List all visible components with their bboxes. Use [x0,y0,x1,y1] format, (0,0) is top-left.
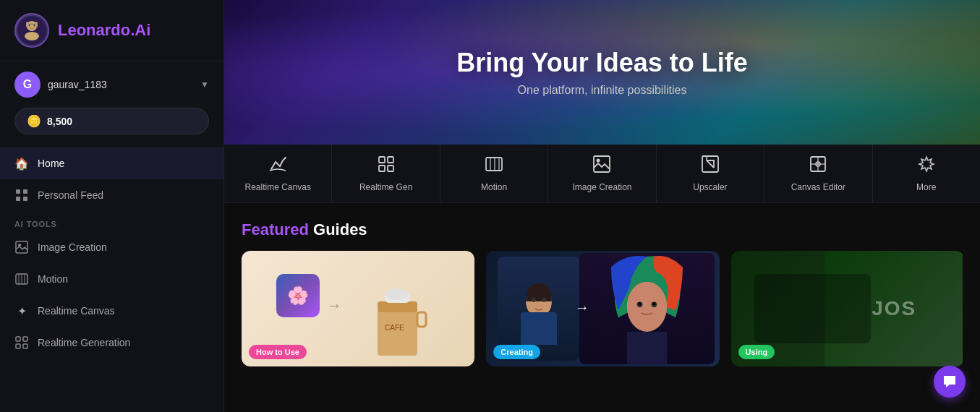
credits-badge[interactable]: 🪙 8,500 [14,108,209,134]
more-nav-label: More [916,182,936,192]
tool-nav-upscaler[interactable]: Upscaler [657,145,764,202]
chat-button[interactable] [934,366,966,398]
svg-rect-24 [388,166,393,171]
svg-rect-21 [379,157,385,163]
hero-title: Bring Your Ideas to Life [456,48,748,78]
sidebar-item-personal-feed[interactable]: Personal Feed [0,179,223,211]
realtime-gen-icon [14,335,29,350]
guide-card-1[interactable]: 🌸 → CAFE How [242,251,474,366]
home-icon: 🏠 [14,156,29,171]
sidebar-item-feed-label: Personal Feed [38,189,103,201]
svg-point-50 [653,302,656,306]
sidebar-nav: 🏠 Home Personal Feed AI Tools [0,142,223,364]
svg-rect-20 [23,344,27,348]
canvas-editor-nav-label: Canvas Editor [791,182,845,192]
card-1-label: How to Use [249,345,307,359]
upscaler-nav-label: Upscaler [693,182,727,192]
card-image-placeholder [754,274,871,343]
tool-navigation: Realtime Canvas Realtime Gen [224,145,980,203]
after-face [579,253,715,364]
sidebar-item-motion[interactable]: Motion [0,263,223,295]
logo-text: Leonardo.Ai [58,21,150,40]
guide-card-2[interactable]: → [486,251,719,366]
sidebar-item-realtime-gen[interactable]: Realtime Generation [0,327,223,359]
realtime-gen-nav-label: Realtime Gen [359,182,412,192]
main-content: Bring Your Ideas to Life One platform, i… [224,0,980,412]
sidebar-item-motion-label: Motion [38,273,68,285]
image-creation-nav-icon [592,155,611,178]
upscaler-nav-icon [701,155,720,178]
svg-rect-7 [16,189,20,194]
motion-nav-label: Motion [481,182,507,192]
sidebar-item-canvas-label: Realtime Canvas [38,305,115,317]
logo-avatar [14,13,49,48]
svg-rect-8 [23,189,27,194]
featured-rest: Guides [309,220,367,239]
image-creation-nav-label: Image Creation [572,182,631,192]
tool-nav-canvas-editor[interactable]: Canvas Editor [764,145,872,202]
motion-icon [14,272,29,286]
sidebar-item-realtime-label: Realtime Generation [38,337,130,348]
tool-nav-motion[interactable]: Motion [440,145,548,202]
coffee-cup: CAFE [370,287,428,366]
feed-icon [14,188,29,202]
svg-rect-9 [16,197,20,201]
hero-banner: Bring Your Ideas to Life One platform, i… [224,0,980,145]
svg-rect-10 [23,197,27,201]
logo-area[interactable]: Leonardo.Ai [0,0,223,61]
tool-nav-image-creation[interactable]: Image Creation [548,145,656,202]
before-after-arrow: → [575,299,589,316]
ai-tools-label: AI Tools [0,211,223,231]
svg-point-43 [532,298,536,302]
card-3-label: Using [738,345,775,359]
svg-rect-40 [417,312,426,327]
card-2-label: Creating [493,345,540,359]
image-creation-icon [14,240,29,254]
svg-point-30 [597,159,600,163]
sidebar-item-image-label: Image Creation [38,241,107,253]
svg-rect-6 [35,22,38,27]
svg-point-44 [542,298,546,302]
sidebar-item-home-label: Home [38,158,64,169]
guide-card-3[interactable]: JOS Using [731,251,963,366]
svg-point-2 [25,32,39,40]
svg-point-39 [385,288,409,300]
svg-rect-25 [486,158,502,171]
realtime-canvas-icon: ✦ [14,304,29,318]
svg-rect-29 [594,156,610,172]
svg-rect-22 [388,157,393,163]
hero-subtitle: One platform, infinite possibilities [518,84,687,97]
svg-point-46 [627,282,667,332]
sidebar-item-home[interactable]: 🏠 Home [0,147,223,179]
tool-nav-realtime-canvas[interactable]: Realtime Canvas [224,145,332,202]
motion-nav-icon [485,155,503,178]
svg-rect-11 [16,241,27,253]
sidebar-item-image-creation[interactable]: Image Creation [0,231,223,263]
canvas-editor-nav-icon [809,155,827,178]
featured-section: Featured Guides 🌸 → [224,203,980,378]
logo-name: Leonardo [58,21,130,39]
tool-nav-realtime-gen[interactable]: Realtime Gen [332,145,440,202]
floral-pattern: 🌸 [276,274,320,317]
svg-rect-5 [26,22,29,27]
svg-rect-17 [16,337,20,341]
chat-icon [942,374,958,390]
sidebar-item-realtime-canvas[interactable]: ✦ Realtime Canvas [0,295,223,327]
featured-title: Featured Guides [242,220,963,239]
svg-rect-18 [23,337,27,341]
featured-highlight: Featured [242,220,309,239]
svg-text:CAFE: CAFE [385,324,404,332]
chevron-down-icon: ▼ [200,80,209,90]
tool-nav-more[interactable]: More [873,145,980,202]
realtime-canvas-nav-icon [268,155,287,178]
svg-point-49 [639,302,642,306]
guides-grid: 🌸 → CAFE How [242,251,963,366]
user-avatar: G [14,72,41,98]
svg-rect-45 [521,312,557,345]
realtime-gen-nav-icon [377,155,396,178]
credits-icon: 🪙 [27,114,41,128]
svg-rect-19 [16,344,20,348]
credits-value: 8,500 [47,116,72,127]
user-profile[interactable]: G gaurav_1183 ▼ [0,61,223,108]
arrow-icon: → [327,297,341,314]
